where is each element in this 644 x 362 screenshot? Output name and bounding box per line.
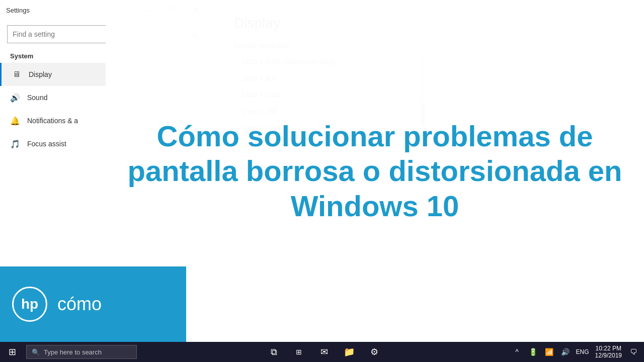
mail-button[interactable]: ✉ [312,342,336,362]
notification-icon: 🗨 [630,348,637,356]
volume-icon-button[interactable]: 🔊 [558,342,573,362]
settings-button[interactable]: ⚙ [363,342,386,362]
notifications-icon: 🔔 [10,116,20,126]
clock-time: 10:22 PM [596,345,621,352]
taskbar-center: ⧉ ⊞ ✉ 📁 ⚙ [262,342,386,362]
sidebar-label-focus: Focus assist [27,140,66,148]
start-button[interactable]: ⊞ [0,342,24,362]
battery-icon-button[interactable]: 🔋 [526,342,541,362]
window-title: Settings [6,7,30,14]
overlay: Cómo solucionar problemas de pantalla bo… [106,0,644,342]
chevron-up-button[interactable]: ^ [510,342,525,362]
sound-icon: 🔊 [10,93,20,103]
multitask-icon: ⊞ [296,348,302,356]
clock-date: 12/9/2019 [595,352,622,359]
folder-button[interactable]: 📁 [338,342,361,362]
wifi-icon: 📶 [545,348,553,356]
hp-como-text: cómo [57,294,102,315]
notification-icon-button[interactable]: 🗨 [626,342,641,362]
taskbar-right: ^ 🔋 📶 🔊 ENG 10:22 PM 12/9/2019 🗨 [510,342,644,362]
overlay-title: Cómo solucionar problemas de pantalla bo… [121,119,629,224]
focus-icon: 🎵 [10,139,20,149]
mail-icon: ✉ [320,346,328,357]
chevron-up-icon: ^ [515,348,519,356]
sidebar-label-display: Display [29,70,52,78]
sidebar-label-sound: Sound [27,94,47,102]
taskbar-search-text: Type here to search [44,348,102,356]
task-view-icon: ⧉ [271,347,277,357]
wifi-icon-button[interactable]: 📶 [542,342,557,362]
start-icon: ⊞ [9,346,16,357]
language-label: ENG [574,348,591,355]
task-view-button[interactable]: ⧉ [262,342,285,362]
taskbar-search-icon: 🔍 [32,348,40,356]
folder-icon: 📁 [344,346,355,357]
volume-icon: 🔊 [561,348,570,356]
sidebar-label-notifications: Notifications & a [27,117,78,125]
battery-icon: 🔋 [529,348,537,356]
taskbar: ⊞ 🔍 Type here to search ⧉ ⊞ ✉ 📁 ⚙ ^ 🔋 📶 [0,342,644,362]
multitask-button[interactable]: ⊞ [287,342,310,362]
gear-icon: ⚙ [370,346,378,357]
hp-logo: hp [12,287,47,322]
hp-banner: hp cómo [0,266,186,342]
taskbar-search[interactable]: 🔍 Type here to search [26,345,137,359]
clock-area[interactable]: 10:22 PM 12/9/2019 [592,342,625,362]
display-icon: 🖥 [12,69,22,79]
hp-logo-text: hp [21,296,38,312]
